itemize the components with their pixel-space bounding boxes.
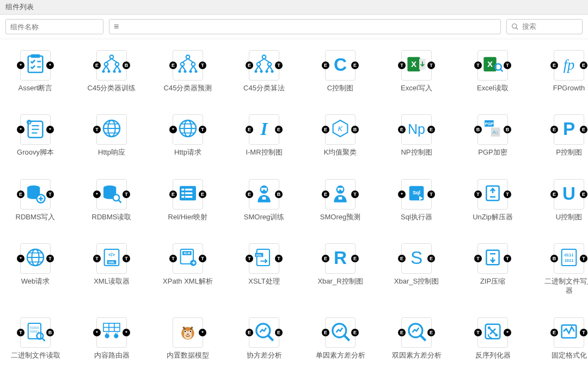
component-item[interactable]: EB C45分类器训练 — [82, 50, 142, 98]
component-item[interactable]: I EE I-MR控制图 — [234, 114, 294, 162]
port-left[interactable]: E — [398, 255, 406, 262]
port-left[interactable]: E — [322, 255, 329, 262]
port-right[interactable]: T — [122, 255, 130, 262]
port-right[interactable]: T — [504, 190, 511, 198]
port-right[interactable]: T — [580, 255, 587, 262]
component-item[interactable]: U EE U控制图 — [539, 179, 588, 227]
component-icon-box[interactable]: T* — [477, 317, 508, 348]
component-icon-box[interactable]: ET — [20, 179, 51, 210]
port-left[interactable]: * — [93, 329, 101, 336]
component-icon-box[interactable]: ** — [96, 317, 127, 348]
port-right[interactable]: B — [504, 126, 511, 133]
port-right[interactable]: T — [199, 62, 206, 69]
port-right[interactable]: * — [122, 329, 130, 336]
component-icon-box[interactable]: PGPA↓ BB — [477, 114, 508, 145]
port-right[interactable]: * — [46, 126, 54, 133]
port-left[interactable]: E — [246, 329, 253, 336]
component-item[interactable]: ET C45分类算法 — [234, 50, 294, 98]
port-left[interactable]: T — [474, 255, 482, 262]
component-icon-box[interactable]: ** — [20, 50, 51, 81]
component-item[interactable]: *T RDBMS读取 — [82, 179, 142, 227]
port-left[interactable]: E — [169, 190, 177, 198]
port-left[interactable]: T — [474, 62, 482, 69]
port-right[interactable]: T — [46, 255, 54, 262]
port-right[interactable]: E — [580, 62, 587, 69]
component-icon-box[interactable]: EE — [173, 179, 203, 210]
port-right[interactable]: B — [351, 126, 359, 133]
port-left[interactable]: * — [17, 62, 24, 69]
port-right[interactable]: T — [504, 62, 511, 69]
component-icon-box[interactable]: ET — [249, 50, 279, 81]
port-left[interactable]: T — [398, 62, 406, 69]
component-icon-box[interactable]: R EE — [325, 243, 356, 274]
port-left[interactable]: T — [169, 255, 177, 262]
component-icon-box[interactable]: EB — [96, 50, 127, 81]
component-item[interactable]: ET SMOreg预测 — [310, 179, 370, 227]
component-item[interactable]: EE 双因素方差分析 — [387, 317, 446, 365]
component-icon-box[interactable]: *T — [173, 114, 203, 145]
component-icon-box[interactable]: ET — [173, 50, 203, 81]
port-left[interactable]: E — [550, 190, 558, 198]
component-icon-box[interactable]: ET — [325, 179, 356, 210]
component-name-input[interactable] — [5, 19, 103, 34]
port-right[interactable]: T — [427, 62, 435, 69]
port-left[interactable]: E — [550, 126, 558, 133]
port-right[interactable]: T — [46, 190, 54, 198]
component-item[interactable]: R EE Xbar_R控制图 — [310, 243, 370, 300]
component-icon-box[interactable]: *T — [96, 179, 127, 210]
port-left[interactable]: B — [550, 255, 558, 262]
port-right[interactable]: T — [275, 62, 283, 69]
port-right[interactable]: * — [199, 329, 206, 336]
component-item[interactable]: ET C45分类器预测 — [158, 50, 218, 98]
component-item[interactable]: P EE P控制图 — [539, 114, 588, 162]
component-icon-box[interactable]: T — [96, 114, 127, 145]
port-right[interactable]: E — [427, 255, 435, 262]
port-right[interactable]: E — [427, 329, 435, 336]
component-item[interactable]: TT UnZip解压器 — [463, 179, 523, 227]
component-icon-box[interactable]: U EE — [554, 179, 584, 210]
component-icon-box[interactable]: ET — [554, 317, 584, 348]
port-right[interactable]: T — [580, 329, 587, 336]
component-item[interactable]: *T Http请求 — [158, 114, 218, 162]
port-left[interactable]: T — [474, 190, 482, 198]
port-left[interactable]: E — [322, 190, 329, 198]
component-item[interactable]: Sql *T Sql执行器 — [387, 179, 446, 227]
component-item[interactable]: EE 单因素方差分析 — [310, 317, 370, 365]
component-item[interactable]: T Http响应 — [82, 114, 142, 162]
component-item[interactable]: ** Assert断言 — [5, 50, 65, 98]
component-item[interactable]: *T Web请求 — [5, 243, 65, 300]
component-item[interactable]: fp EE FPGrowth — [539, 50, 588, 98]
component-icon-box[interactable]: C EE — [325, 50, 356, 81]
port-left[interactable]: T — [17, 329, 24, 336]
search-box[interactable]: 搜索 — [506, 19, 583, 34]
component-item[interactable]: XSL TT XSLT处理 — [234, 243, 294, 300]
port-left[interactable]: E — [246, 62, 253, 69]
component-item[interactable]: EB SMOreg训练 — [234, 179, 294, 227]
component-item[interactable]: K EB K均值聚类 — [310, 114, 370, 162]
component-item[interactable]: EE Rel/Hier映射 — [158, 179, 218, 227]
component-icon-box[interactable]: ** — [20, 114, 51, 145]
component-icon-box[interactable]: P EE — [554, 114, 584, 145]
port-right[interactable]: E — [275, 329, 283, 336]
component-icon-box[interactable]: S EE — [401, 243, 432, 274]
port-right[interactable]: E — [199, 190, 206, 198]
component-icon-box[interactable]: EE — [401, 317, 432, 348]
component-icon-box[interactable]: TT — [477, 243, 508, 274]
port-right[interactable]: E — [275, 126, 283, 133]
component-item[interactable]: Np EE NP控制图 — [387, 114, 446, 162]
port-right[interactable]: E — [351, 329, 359, 336]
component-item[interactable]: 0101001011 TB 二进制文件读取 — [5, 317, 65, 365]
component-icon-box[interactable]: XSL TT — [249, 243, 279, 274]
component-icon-box[interactable]: XLM TT — [173, 243, 203, 274]
port-left[interactable]: E — [246, 190, 253, 198]
port-left[interactable]: * — [398, 190, 406, 198]
port-right[interactable]: T — [504, 255, 511, 262]
port-right[interactable]: T — [275, 255, 283, 262]
port-left[interactable]: E — [322, 126, 329, 133]
component-icon-box[interactable]: Np EE — [401, 114, 432, 145]
port-left[interactable]: E — [17, 190, 24, 198]
component-icon-box[interactable]: X TT — [401, 50, 432, 81]
port-left[interactable]: T — [474, 329, 482, 336]
component-item[interactable]: TT ZIP压缩 — [463, 243, 523, 300]
port-right[interactable]: * — [504, 329, 511, 336]
